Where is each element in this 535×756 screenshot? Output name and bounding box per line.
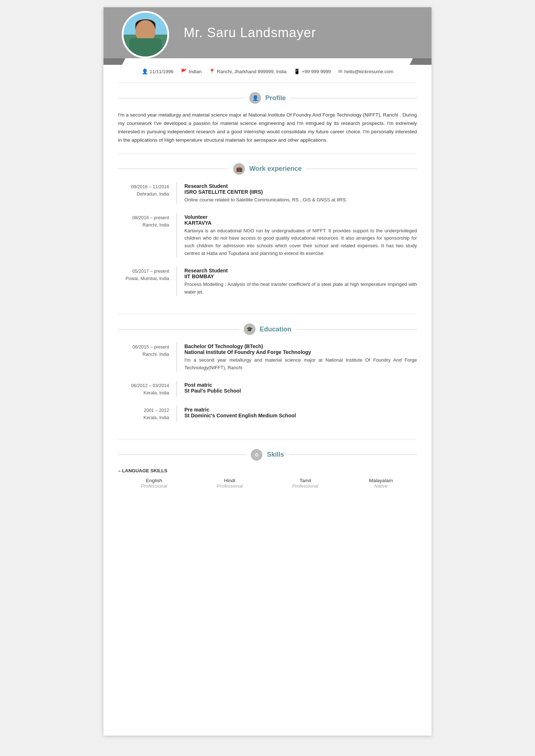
- edu-item-2: 06/2012 – 03/2014 Kerala, India Post mat…: [118, 381, 417, 397]
- divider-after-info: [118, 83, 417, 83]
- exp-divider-3: [176, 267, 177, 296]
- lang-level-malayalam: Native: [345, 483, 417, 489]
- work-icon: 💼: [233, 163, 245, 175]
- work-line-right: [306, 169, 417, 169]
- edu-date-2: 06/2012 – 03/2014 Kerala, India: [118, 381, 169, 397]
- divider-before-skills: [118, 440, 417, 440]
- edu-item-3: 2001 – 2012 Kerala, India Pre matric St …: [118, 406, 417, 421]
- section-line-left: [118, 98, 245, 98]
- edu-icon: 🎓: [244, 323, 255, 335]
- edu-date-3: 2001 – 2012 Kerala, India: [118, 406, 169, 421]
- job-desc-1: Online course related to Satellite Commu…: [184, 196, 417, 204]
- resume-header: Mr. Saru Landsmayer: [104, 7, 431, 58]
- location-icon: 📍: [209, 68, 215, 74]
- divider-before-edu: [118, 314, 417, 314]
- edu-divider-1: [176, 342, 177, 372]
- flag-icon: 🚩: [181, 68, 187, 74]
- job-desc-2: Kartavya is an educational NGO run by un…: [184, 227, 417, 257]
- edu-desc-1: I'm a second year metallurgy and materia…: [184, 357, 417, 372]
- resume-document: Mr. Saru Landsmayer 👤 11/11/1996 🚩 India…: [104, 7, 431, 736]
- lang-name-english: English: [118, 478, 190, 483]
- profile-section: 👤 Profile I'm a second year metallurgy a…: [104, 85, 431, 152]
- work-date-2: 08/2016 – present Ranchi, India: [118, 213, 169, 257]
- edu-line-left: [118, 329, 239, 330]
- lang-level-tamil: Professional: [269, 483, 341, 489]
- phone-value: +99 999 9999: [302, 69, 331, 74]
- job-title-2: Volunteer: [184, 214, 417, 220]
- work-item-1: 09/2016 – 11/2016 Dehradun, India Resear…: [118, 182, 417, 204]
- work-title: Work experience: [249, 165, 302, 173]
- lang-item-tamil: Tamil Professional: [269, 478, 341, 489]
- languages-grid: English Professional Hindi Professional …: [118, 478, 417, 489]
- lang-item-english: English Professional: [118, 478, 190, 489]
- edu-section-header: 🎓 Education: [118, 323, 417, 335]
- candidate-name: Mr. Saru Landsmayer: [184, 25, 316, 40]
- degree-1: Bachelor Of Technology (BTech): [184, 343, 417, 349]
- lang-name-tamil: Tamil: [269, 478, 341, 483]
- job-title-1: Research Student: [184, 183, 417, 189]
- skills-line-right: [289, 454, 417, 455]
- education-title: Education: [260, 326, 292, 333]
- edu-line-right: [296, 329, 417, 330]
- edu-date-1: 06/2015 – present Ranchi, India: [118, 342, 169, 372]
- work-section-header: 💼 Work experience: [118, 163, 417, 175]
- edu-content-3: Pre matric St Dominic's Convent English …: [184, 406, 417, 421]
- edu-divider-2: [176, 381, 177, 397]
- lang-name-malayalam: Malayalam: [345, 478, 417, 483]
- phone-icon: 📱: [294, 68, 300, 74]
- company-2: KARTAVYA: [184, 220, 417, 226]
- skills-line-left: [118, 454, 246, 455]
- nationality-value: Indian: [189, 69, 202, 74]
- institution-2: St Paul's Public School: [184, 388, 417, 394]
- education-section: 🎓 Education 06/2015 – present Ranchi, In…: [104, 316, 431, 438]
- avatar-body: [129, 38, 162, 56]
- work-line-left: [118, 169, 229, 169]
- section-line-right: [290, 98, 417, 98]
- skills-section: ⚙ Skills – LANGUAGE SKILLS English Profe…: [104, 442, 431, 496]
- skills-title: Skills: [267, 451, 284, 458]
- work-content-3: Research Student IIT BOMBAY Process Mode…: [184, 267, 417, 296]
- profile-title: Profile: [265, 94, 286, 102]
- lang-item-malayalam: Malayalam Native: [345, 478, 417, 489]
- email-value: hello@kickresume.com: [344, 69, 394, 74]
- lang-item-hindi: Hindi Professional: [194, 478, 266, 489]
- company-3: IIT BOMBAY: [184, 273, 417, 279]
- person-icon: 👤: [142, 68, 148, 74]
- company-1: ISRO SATELLITE CENTER (IIRS): [184, 189, 417, 195]
- degree-3: Pre matric: [184, 407, 417, 413]
- divider-before-work: [118, 154, 417, 154]
- edu-divider-3: [176, 406, 177, 421]
- exp-divider-1: [176, 182, 177, 204]
- dob-value: 11/11/1996: [150, 69, 173, 74]
- profile-icon: 👤: [249, 92, 261, 104]
- avatar: [122, 11, 169, 58]
- institution-1: National Institute Of Foundry And Forge …: [184, 349, 417, 355]
- lang-name-hindi: Hindi: [194, 478, 266, 483]
- profile-text: I'm a second year metallurgy and materia…: [118, 111, 417, 145]
- location-value: Ranchi, Jharkhand 999999, India: [217, 69, 286, 74]
- work-content-1: Research Student ISRO SATELLITE CENTER (…: [184, 182, 417, 204]
- job-desc-3: Process Modelling : Analysis of the heat…: [184, 281, 417, 296]
- degree-2: Post matric: [184, 382, 417, 388]
- work-content-2: Volunteer KARTAVYA Kartavya is an educat…: [184, 213, 417, 257]
- ribbon-right: [410, 58, 431, 65]
- edu-content-1: Bachelor Of Technology (BTech) National …: [184, 342, 417, 372]
- institution-3: St Dominic's Convent English Medium Scho…: [184, 413, 417, 418]
- ribbon-left: [104, 58, 125, 65]
- job-title-3: Research Student: [184, 268, 417, 273]
- language-skills-label: – LANGUAGE SKILLS: [118, 468, 417, 473]
- dob-item: 👤 11/11/1996: [142, 68, 173, 74]
- profile-section-header: 👤 Profile: [118, 92, 417, 104]
- work-section: 💼 Work experience 09/2016 – 11/2016 Dehr…: [104, 156, 431, 312]
- skills-icon: ⚙: [251, 449, 262, 461]
- work-item-2: 08/2016 – present Ranchi, India Voluntee…: [118, 213, 417, 257]
- phone-item: 📱 +99 999 9999: [294, 68, 331, 74]
- info-bar: 👤 11/11/1996 🚩 Indian 📍 Ranchi, Jharkhan…: [104, 62, 431, 81]
- nationality-item: 🚩 Indian: [181, 68, 202, 74]
- edu-item-1: 06/2015 – present Ranchi, India Bachelor…: [118, 342, 417, 372]
- work-item-3: 05/2017 – present Powai, Mumbai, India R…: [118, 267, 417, 296]
- email-item: ✉ hello@kickresume.com: [338, 68, 394, 74]
- email-icon: ✉: [338, 68, 343, 74]
- work-date-1: 09/2016 – 11/2016 Dehradun, India: [118, 182, 169, 204]
- location-item: 📍 Ranchi, Jharkhand 999999, India: [209, 68, 286, 74]
